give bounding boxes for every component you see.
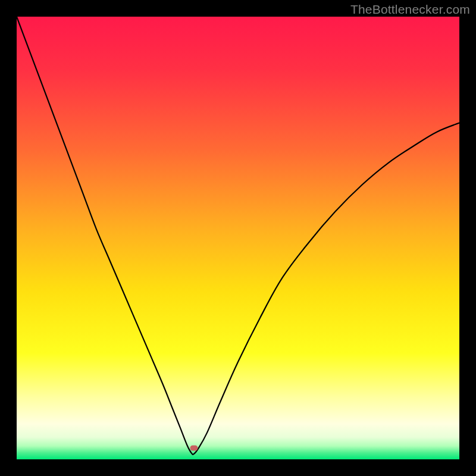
chart-stage: TheBottlenecker.com xyxy=(0,0,476,476)
watermark-text: TheBottlenecker.com xyxy=(350,2,470,17)
plot-gradient-area xyxy=(17,17,459,459)
minimum-marker xyxy=(190,445,198,450)
